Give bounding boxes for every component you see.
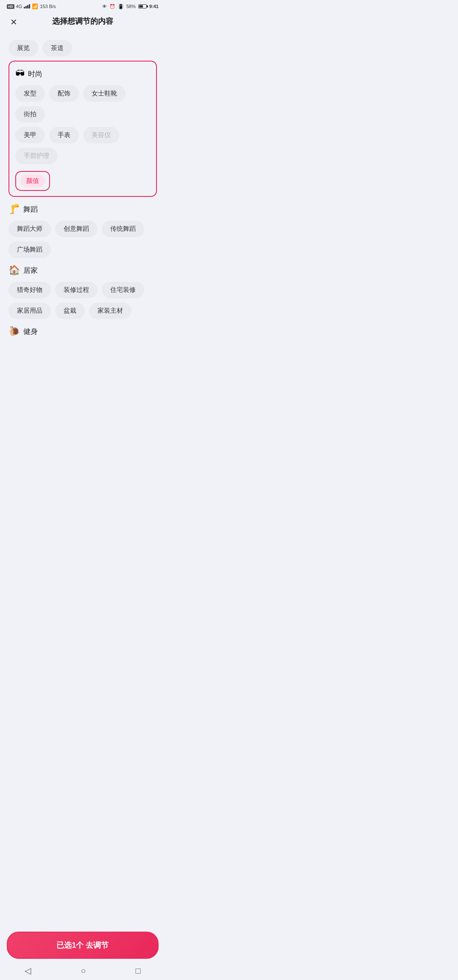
jujia-label: 居家	[23, 266, 38, 275]
battery-icon	[138, 4, 147, 8]
jianshen-section: 🐌 健身	[8, 326, 157, 337]
tag-zhuangxiuguocheng[interactable]: 装修过程	[55, 282, 98, 298]
tag-jiazhuangzhucai[interactable]: 家装主材	[89, 302, 131, 319]
jujia-row2: 家居用品 盆栽 家装主材	[8, 302, 157, 319]
tag-peishi[interactable]: 配饰	[49, 85, 79, 102]
tag-zhuzhaizhuangxiu[interactable]: 住宅装修	[102, 282, 144, 298]
tag-chuangyiwudao[interactable]: 创意舞蹈	[55, 221, 98, 237]
shishang-header: 🕶 时尚	[15, 68, 150, 79]
free-tags-row: 展览 茶道	[8, 40, 157, 56]
wudao-icon: 🦵	[8, 204, 20, 215]
tag-lieqihaowu[interactable]: 猎奇好物	[8, 282, 51, 298]
tag-faxing[interactable]: 发型	[15, 85, 45, 102]
jujia-section: 🏠 居家 猎奇好物 装修过程 住宅装修 家居用品 盆栽 家装主材	[8, 265, 157, 319]
wudao-header: 🦵 舞蹈	[8, 204, 157, 215]
wudao-label: 舞蹈	[23, 204, 38, 214]
page-title: 选择想调节的内容	[52, 16, 113, 26]
status-left: HD 4G 📶 153 B/s	[7, 3, 56, 9]
status-right: 👁 ⏰ 📳 58% 9:41	[102, 4, 159, 9]
vibrate-icon: 📳	[118, 4, 124, 9]
time: 9:41	[149, 4, 159, 9]
jujia-row1: 猎奇好物 装修过程 住宅装修	[8, 282, 157, 298]
jianshen-icon: 🐌	[8, 326, 20, 337]
jujia-icon: 🏠	[8, 265, 20, 276]
shishang-label: 时尚	[28, 69, 42, 79]
shishang-icon: 🕶	[15, 68, 25, 79]
signal-icon	[24, 4, 30, 8]
tag-shoubiao[interactable]: 手表	[49, 127, 79, 143]
tag-penzai[interactable]: 盆栽	[55, 302, 85, 319]
tag-yanzhi[interactable]: 颜值	[20, 174, 45, 188]
tag-zhanlan[interactable]: 展览	[8, 40, 38, 56]
tag-jiepai[interactable]: 街拍	[15, 106, 45, 123]
jianshen-header: 🐌 健身	[8, 326, 157, 337]
eye-icon: 👁	[102, 4, 107, 9]
tag-shoubulili[interactable]: 手部护理	[15, 148, 58, 164]
tag-meirongy[interactable]: 美容仪	[83, 127, 119, 143]
tag-jiajuyongpin[interactable]: 家居用品	[8, 302, 51, 319]
signal-4g: 4G	[16, 4, 22, 9]
alarm-icon: ⏰	[109, 4, 115, 9]
network-speed: 153 B/s	[40, 4, 56, 9]
status-bar: HD 4G 📶 153 B/s 👁 ⏰ 📳 58% 9:41	[0, 0, 165, 11]
wifi-icon: 📶	[32, 3, 38, 9]
tag-wudaodashi[interactable]: 舞蹈大师	[8, 221, 51, 237]
shishang-section: 🕶 时尚 发型 配饰 女士鞋靴 街拍 美甲 手表 美容仪 手部护理 颜值	[8, 61, 157, 197]
jianshen-label: 健身	[23, 327, 38, 336]
shishang-row1: 发型 配饰 女士鞋靴 街拍	[15, 85, 150, 123]
hd-badge: HD	[7, 4, 14, 9]
wudao-row2: 广场舞蹈	[8, 241, 157, 258]
wudao-section: 🦵 舞蹈 舞蹈大师 创意舞蹈 传统舞蹈 广场舞蹈	[8, 204, 157, 258]
jujia-header: 🏠 居家	[8, 265, 157, 276]
content-area: 展览 茶道 🕶 时尚 发型 配饰 女士鞋靴 街拍 美甲 手表 美容仪 手部护理 …	[0, 33, 165, 385]
close-button[interactable]: ✕	[7, 15, 20, 29]
wudao-row1: 舞蹈大师 创意舞蹈 传统舞蹈	[8, 221, 157, 237]
tag-chuantongwudao[interactable]: 传统舞蹈	[102, 221, 144, 237]
header: ✕ 选择想调节的内容	[0, 11, 165, 33]
tag-meijia[interactable]: 美甲	[15, 127, 45, 143]
tag-guangchangwudao[interactable]: 广场舞蹈	[8, 241, 51, 258]
yanzhi-subsection: 颜值	[15, 171, 50, 191]
battery-percent: 58%	[126, 4, 136, 9]
tag-nvshouxie[interactable]: 女士鞋靴	[83, 85, 126, 102]
shishang-row2: 美甲 手表 美容仪 手部护理	[15, 127, 150, 164]
tag-chadao[interactable]: 茶道	[42, 40, 72, 56]
